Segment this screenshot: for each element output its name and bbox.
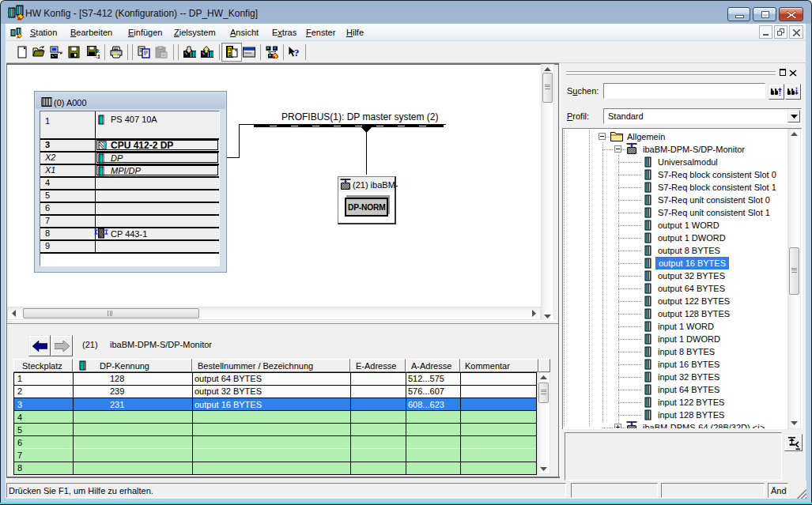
svg-text:→10: →10 [94, 55, 100, 58]
svg-text:?: ? [294, 47, 300, 58]
svg-text:01: 01 [96, 49, 100, 55]
